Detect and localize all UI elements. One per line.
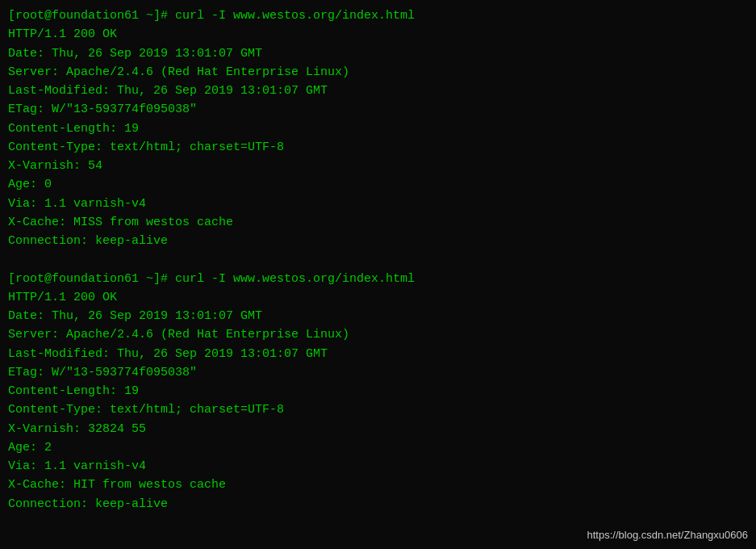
terminal-line: HTTP/1.1 200 OK <box>8 288 748 307</box>
terminal-line: Server: Apache/2.4.6 (Red Hat Enterprise… <box>8 325 748 344</box>
terminal-line: [root@foundation61 ~]# curl -I www.westo… <box>8 270 748 288</box>
terminal-line: ETag: W/"13-593774f095038" <box>8 363 748 382</box>
terminal-line: X-Varnish: 54 <box>8 157 748 175</box>
terminal-line: X-Varnish: 32824 55 <box>8 420 748 438</box>
terminal-line: Content-Type: text/html; charset=UTF-8 <box>8 400 748 419</box>
watermark: https://blog.csdn.net/Zhangxu0606 <box>587 529 748 541</box>
terminal-line: ETag: W/"13-593774f095038" <box>8 100 748 119</box>
terminal-line: HTTP/1.1 200 OK <box>8 25 748 44</box>
terminal-line: Last-Modified: Thu, 26 Sep 2019 13:01:07… <box>8 82 748 100</box>
terminal-line: X-Cache: MISS from westos cache <box>8 213 748 232</box>
terminal-line: Age: 2 <box>8 438 748 457</box>
first-command-block: [root@foundation61 ~]# curl -I www.westo… <box>8 6 748 250</box>
terminal-line: Date: Thu, 26 Sep 2019 13:01:07 GMT <box>8 44 748 63</box>
terminal-line: Last-Modified: Thu, 26 Sep 2019 13:01:07… <box>8 345 748 363</box>
terminal-line: Content-Length: 19 <box>8 382 748 400</box>
terminal-line: Content-Type: text/html; charset=UTF-8 <box>8 138 748 157</box>
second-command-block: [root@foundation61 ~]# curl -I www.westo… <box>8 270 748 513</box>
terminal-line: Content-Length: 19 <box>8 119 748 138</box>
terminal-line: Server: Apache/2.4.6 (Red Hat Enterprise… <box>8 63 748 82</box>
terminal-line: Connection: keep-alive <box>8 232 748 250</box>
terminal-line: Via: 1.1 varnish-v4 <box>8 195 748 213</box>
blank-line <box>8 250 748 269</box>
terminal-line: Age: 0 <box>8 175 748 194</box>
terminal-line: Via: 1.1 varnish-v4 <box>8 457 748 476</box>
terminal-line: [root@foundation61 ~]# curl -I www.westo… <box>8 6 748 25</box>
terminal-line: X-Cache: HIT from westos cache <box>8 476 748 494</box>
terminal-line: Connection: keep-alive <box>8 495 748 513</box>
terminal-window: [root@foundation61 ~]# curl -I www.westo… <box>0 0 756 549</box>
terminal-line: Date: Thu, 26 Sep 2019 13:01:07 GMT <box>8 307 748 325</box>
